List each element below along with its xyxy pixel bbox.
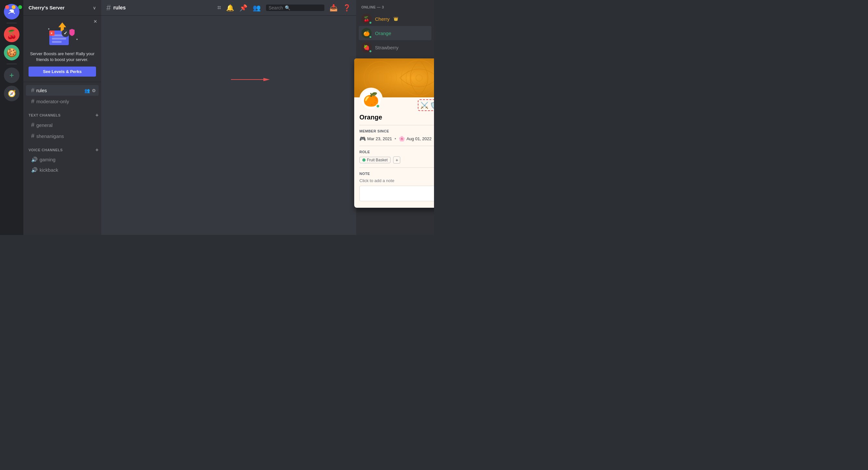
badge-tools-icon[interactable]: ⚔️ xyxy=(421,101,429,109)
channel-name-general: general xyxy=(36,122,53,128)
boost-text: Server Boosts are here! Rally your frien… xyxy=(29,51,96,63)
server-icon-cherry[interactable]: 🍒 xyxy=(4,27,20,42)
member-avatar-cherry: 🍒 xyxy=(361,13,372,24)
svg-marker-21 xyxy=(264,78,270,81)
badge-shield-icon[interactable]: 🛡️ xyxy=(430,101,434,109)
strawberry-status-dot xyxy=(369,50,372,53)
server-join-icon: 🌸 xyxy=(399,136,405,142)
profile-badges: ⚔️ 🛡️ 🔵 🔮 xyxy=(418,99,434,111)
search-placeholder: Search xyxy=(269,5,283,10)
server-date-value: Aug 01, 2022 xyxy=(406,136,431,141)
search-bar[interactable]: Search 🔍 xyxy=(266,4,324,11)
close-button[interactable] xyxy=(5,5,9,9)
server-chevron-icon: ∨ xyxy=(93,5,96,10)
settings-icon[interactable]: ⚙ xyxy=(92,88,96,93)
add-role-button[interactable]: + xyxy=(393,156,400,164)
role-tags: Fruit Basket + xyxy=(360,156,434,164)
svg-text:✦: ✦ xyxy=(76,38,78,41)
profile-popup: 🍊 ⚔️ 🛡️ 🔵 🔮 Orange MEMBER SINCE xyxy=(354,58,434,208)
online-section-header: ONLINE — 3 xyxy=(359,5,431,9)
role-tag-fruit-basket: Fruit Basket xyxy=(360,157,391,163)
profile-avatar-section: 🍊 ⚔️ 🛡️ 🔵 🔮 xyxy=(354,88,434,111)
boost-illustration: × ✓ ✦ ✦ xyxy=(29,21,96,48)
member-item-orange[interactable]: 🍊 Orange xyxy=(359,26,431,40)
boost-banner: ✕ × ✓ ✦ ✦ Serv xyxy=(23,16,101,82)
see-levels-perks-button[interactable]: See Levels & Perks xyxy=(29,66,96,77)
server-separator xyxy=(6,23,17,23)
channel-item-rules[interactable]: # rules 👥 ⚙ xyxy=(26,85,99,96)
note-placeholder[interactable]: Click to add a note xyxy=(360,178,434,183)
voice-channel-gaming[interactable]: 🔊 gaming xyxy=(26,154,99,165)
profile-username: Orange xyxy=(360,114,434,121)
server-list: 🍒 🍪 + 🧭 xyxy=(0,0,23,235)
channel-item-general[interactable]: # general xyxy=(26,120,99,130)
help-icon[interactable]: ❓ xyxy=(343,4,351,12)
server-name: Cherry's Server xyxy=(29,5,65,10)
text-channels-section[interactable]: TEXT CHANNELS + xyxy=(23,107,101,119)
channel-header-name: rules xyxy=(113,5,126,11)
channel-hash-icon-2: # xyxy=(31,98,34,105)
channel-actions-rules: 👥 ⚙ xyxy=(84,88,96,93)
add-voice-channel-button[interactable]: + xyxy=(95,147,99,153)
discord-logo-icon: 🎮 xyxy=(360,136,366,142)
channel-name-rules: rules xyxy=(36,88,47,93)
role-section: ROLE Fruit Basket + xyxy=(360,150,434,164)
svg-text:✓: ✓ xyxy=(64,30,67,36)
svg-text:✦: ✦ xyxy=(48,28,50,30)
maximize-button[interactable] xyxy=(18,5,22,9)
profile-avatar: 🍊 xyxy=(360,88,383,111)
channel-header-hash-icon: # xyxy=(106,3,111,12)
profile-divider-3 xyxy=(360,168,434,168)
role-label: ROLE xyxy=(360,150,434,154)
mute-icon[interactable]: 🔔 xyxy=(226,4,234,12)
role-color-dot xyxy=(362,158,366,161)
profile-body: Orange MEMBER SINCE 🎮 Mar 23, 2021 • 🌸 A… xyxy=(354,111,434,208)
channel-header: # rules ⌗ 🔔 📌 👥 Search 🔍 📥 ❓ xyxy=(101,0,356,16)
voice-channel-kickback[interactable]: 🔊 kickback xyxy=(26,165,99,175)
members-icon[interactable]: 👥 xyxy=(253,4,261,12)
orange-status-dot xyxy=(369,35,372,39)
channel-item-moderator-only[interactable]: # moderator-only xyxy=(26,96,99,107)
profile-divider-2 xyxy=(360,146,434,146)
add-server-button[interactable]: + xyxy=(4,67,20,83)
server-header[interactable]: Cherry's Server ∨ xyxy=(23,0,101,16)
pin-icon[interactable]: 📌 xyxy=(239,4,247,12)
note-section: NOTE Click to add a note xyxy=(360,172,434,203)
add-text-channel-button[interactable]: + xyxy=(95,112,99,118)
minimize-button[interactable] xyxy=(12,5,16,9)
member-item-cherry[interactable]: 🍒 Cherry 👑 xyxy=(359,12,431,26)
member-since-label: MEMBER SINCE xyxy=(360,129,434,133)
svg-point-0 xyxy=(11,10,13,12)
cherry-avatar-emoji: 🍒 xyxy=(363,16,370,22)
channel-hash-icon: # xyxy=(31,87,34,94)
member-since-dates: 🎮 Mar 23, 2021 • 🌸 Aug 01, 2022 xyxy=(360,136,434,142)
channel-item-shenanigans[interactable]: # shenanigans xyxy=(26,131,99,142)
traffic-lights xyxy=(5,5,22,9)
inbox-icon[interactable]: 📥 xyxy=(330,4,338,12)
voice-channels-label: VOICE CHANNELS xyxy=(29,148,63,152)
orange-avatar-emoji: 🍊 xyxy=(363,30,370,36)
note-input[interactable] xyxy=(360,186,434,201)
discord-join-date: 🎮 Mar 23, 2021 xyxy=(360,136,392,142)
member-item-strawberry[interactable]: 🍓 Strawberry xyxy=(359,40,431,55)
member-name-orange: Orange xyxy=(375,30,391,36)
member-name-strawberry: Strawberry xyxy=(375,45,399,50)
voice-channels-section[interactable]: VOICE CHANNELS + xyxy=(23,142,101,154)
server-separator-2 xyxy=(6,64,17,64)
note-label: NOTE xyxy=(360,172,434,176)
channel-name-shenanigans: shenanigans xyxy=(36,134,64,139)
voice-channel-name-kickback: kickback xyxy=(39,167,58,173)
explore-button[interactable]: 🧭 xyxy=(4,86,20,101)
svg-rect-4 xyxy=(52,41,62,43)
member-dot-separator: • xyxy=(395,136,396,141)
boost-close-button[interactable]: ✕ xyxy=(93,19,97,24)
strawberry-avatar-emoji: 🍓 xyxy=(363,45,370,51)
add-member-icon[interactable]: 👥 xyxy=(84,88,90,93)
discord-date-value: Mar 23, 2021 xyxy=(367,136,392,141)
server-icon-green[interactable]: 🍪 xyxy=(4,45,20,60)
threads-icon[interactable]: ⌗ xyxy=(217,4,221,11)
cherry-status-dot xyxy=(369,21,372,24)
badge-indicator-arrow xyxy=(231,76,270,84)
speaker-icon-gaming: 🔊 xyxy=(31,156,38,163)
role-name: Fruit Basket xyxy=(367,158,388,162)
